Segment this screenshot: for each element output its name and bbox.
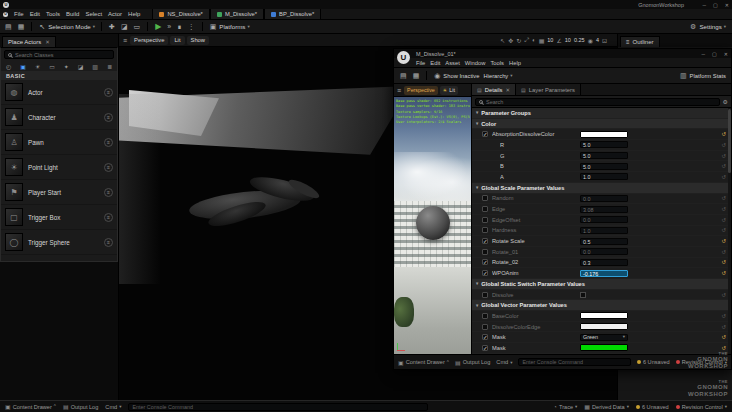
skip-icon[interactable]: » — [166, 23, 172, 30]
world-space-icon[interactable]: ◐ — [532, 37, 536, 43]
scale-snap-value[interactable]: 0.25 — [574, 37, 585, 43]
tab-place-actors[interactable]: Place Actors ✕ — [2, 36, 56, 47]
settings-button[interactable]: ⚙ Settings▾ — [689, 23, 726, 31]
param-row-g[interactable]: G5.0↺ — [472, 151, 731, 162]
menu-item-edit[interactable]: Edit — [30, 11, 40, 17]
perspective-button[interactable]: Perspective — [130, 36, 168, 45]
cinematics-icon[interactable]: ▭ — [133, 23, 142, 31]
group-color[interactable]: ▾Color — [472, 119, 731, 130]
parameter-groups-header[interactable]: ▾Parameter Groups — [472, 108, 731, 119]
reset-to-default-icon[interactable]: ↺ — [721, 195, 726, 201]
play-button[interactable]: ▶ — [154, 22, 162, 31]
param-value-r[interactable]: 5.0 — [580, 141, 628, 148]
param-value-dissolve[interactable] — [580, 292, 586, 298]
preview-perspective-button[interactable]: Perspective — [404, 86, 438, 95]
camera-speed-icon[interactable]: ◉ — [588, 37, 593, 44]
reset-to-default-icon[interactable]: ↺ — [721, 163, 726, 169]
maximize-viewport-icon[interactable]: ⊡ — [602, 37, 607, 44]
override-checkbox[interactable] — [482, 206, 488, 212]
reset-to-default-icon[interactable]: ↺ — [721, 217, 726, 223]
asset-tab-m-dissolve-[interactable]: M_Dissolve* — [210, 9, 264, 19]
maximize-button[interactable]: ▢ — [713, 2, 718, 8]
blueprints-icon[interactable]: ◪ — [120, 23, 129, 31]
menu-item-window[interactable]: Window — [465, 60, 486, 66]
override-checkbox[interactable] — [482, 313, 488, 319]
details-scrollbar[interactable] — [728, 108, 731, 354]
asset-tab-ns-dissolve-[interactable]: NS_Dissolve* — [152, 9, 209, 19]
geometry-icon[interactable]: ◪ — [78, 63, 84, 70]
param-row-absorptiondissolvecolor[interactable]: ✓AbsorptionDissolveColor↺ — [472, 129, 731, 140]
group-global-scale-parameter-values[interactable]: ▾Global Scale Parameter Values — [472, 183, 731, 194]
rotation-snap-value[interactable]: 10 — [565, 37, 571, 43]
param-row-rotate-scale[interactable]: ✓Rotate Scale0.5↺ — [472, 236, 731, 247]
unsaved-indicator[interactable]: 6 Unsaved — [636, 404, 669, 410]
cmd-dropdown[interactable]: Cmd▾ — [105, 404, 121, 410]
derived-data-button[interactable]: ▦Derived Data▾ — [584, 403, 629, 410]
drag-handle-icon[interactable]: ≡ — [104, 188, 113, 197]
cinematic-icon[interactable]: ▭ — [49, 63, 55, 70]
reset-to-default-icon[interactable]: ↺ — [721, 249, 726, 255]
param-value-hardness[interactable]: 1.0 — [580, 227, 628, 234]
material-preview-viewport[interactable]: ≡ Perspective ☀Lit Base pass shader: 652… — [394, 84, 472, 354]
param-value-wpoanim[interactable]: -0.176 — [580, 270, 628, 277]
camera-speed-value[interactable]: 4 — [596, 37, 599, 43]
param-row-dissolve[interactable]: Dissolve↺ — [472, 290, 731, 301]
param-value-random[interactable]: 0.0 — [580, 195, 628, 202]
param-value-dissolvecoloredge[interactable] — [580, 323, 628, 330]
menu-item-build[interactable]: Build — [66, 11, 79, 17]
reset-to-default-icon[interactable]: ↺ — [721, 292, 726, 298]
menu-item-tools[interactable]: Tools — [490, 60, 504, 66]
lights-icon[interactable]: ☀ — [35, 63, 40, 70]
more-options-icon[interactable]: ⋮ — [187, 23, 196, 31]
minimize-button[interactable]: ─ — [703, 2, 707, 8]
place-actor-item-point-light[interactable]: ☀Point Light≡ — [1, 155, 117, 180]
reset-to-default-icon[interactable]: ↺ — [721, 270, 726, 276]
param-row-dissolvecoloredge[interactable]: DissolveColorEdge↺ — [472, 322, 731, 333]
param-value-edgeoffset[interactable]: 0.0 — [580, 216, 628, 223]
param-row-rotate-02[interactable]: ✓Rotate_020.3↺ — [472, 258, 731, 269]
select-tool-icon[interactable]: ↖ — [500, 37, 505, 44]
details-search-input[interactable]: Search — [475, 98, 720, 106]
param-value-basecolor[interactable] — [580, 312, 628, 319]
rotation-snap-icon[interactable]: ∠ — [556, 37, 561, 44]
override-checkbox[interactable] — [482, 217, 488, 223]
scale-tool-icon[interactable]: ⤢ — [524, 37, 529, 44]
override-checkbox[interactable]: ✓ — [482, 259, 488, 265]
param-row-random[interactable]: Random0.0↺ — [472, 194, 731, 205]
tab-outliner[interactable]: ≡ Outliner — [620, 36, 660, 47]
selection-mode-button[interactable]: ↖ Selection Mode▾ — [38, 23, 95, 31]
content-drawer-button[interactable]: ▣Content Drawer^ — [5, 403, 56, 410]
param-row-hardness[interactable]: Hardness1.0↺ — [472, 226, 731, 237]
reset-to-default-icon[interactable]: ↺ — [721, 131, 726, 137]
reset-to-default-icon[interactable]: ↺ — [721, 259, 726, 265]
param-value-edge[interactable]: 3.08 — [580, 206, 628, 213]
basic-icon[interactable]: ▣ — [20, 63, 26, 70]
param-value-g[interactable]: 5.0 — [580, 152, 628, 159]
place-actor-item-actor[interactable]: ◍Actor≡ — [1, 80, 117, 105]
console-command-input[interactable]: Enter Console Command — [128, 403, 428, 411]
stop-icon[interactable]: ∎ — [176, 23, 182, 31]
material-window-titlebar[interactable]: M_Dissolve_01* ─ ▢ ✕ — [394, 49, 731, 58]
add-actor-icon[interactable]: ✚ — [108, 23, 116, 31]
param-value-rotate-scale[interactable]: 0.5 — [580, 238, 628, 245]
recently-placed-icon[interactable]: ◴ — [6, 63, 11, 70]
reset-to-default-icon[interactable]: ↺ — [721, 174, 726, 180]
override-checkbox[interactable] — [482, 227, 488, 233]
place-actor-item-player-start[interactable]: ⚑Player Start≡ — [1, 180, 117, 205]
drag-handle-icon[interactable]: ≡ — [104, 163, 113, 172]
trace-button[interactable]: ◔Trace▾ — [553, 404, 577, 410]
override-checkbox[interactable] — [482, 195, 488, 201]
save-icon[interactable]: ▤ — [4, 23, 13, 31]
reset-to-default-icon[interactable]: ↺ — [721, 206, 726, 212]
preview-lit-button[interactable]: ☀Lit — [440, 86, 458, 95]
tab-layer-parameters[interactable]: ▤ Layer Parameters — [516, 84, 581, 95]
grid-snap-icon[interactable]: ▦ — [539, 37, 545, 44]
cmd-dropdown[interactable]: Cmd▾ — [496, 359, 512, 365]
drag-handle-icon[interactable]: ≡ — [104, 88, 113, 97]
hamburger-icon[interactable]: ≡ — [396, 87, 402, 94]
menu-item-file[interactable]: File — [416, 60, 425, 66]
drag-handle-icon[interactable]: ≡ — [104, 138, 113, 147]
search-input[interactable]: Search Classes — [4, 50, 114, 59]
group-global-static-switch-parameter-values[interactable]: ▾Global Static Switch Parameter Values — [472, 279, 731, 290]
group-global-vector-parameter-values[interactable]: ▾Global Vector Parameter Values — [472, 300, 731, 311]
